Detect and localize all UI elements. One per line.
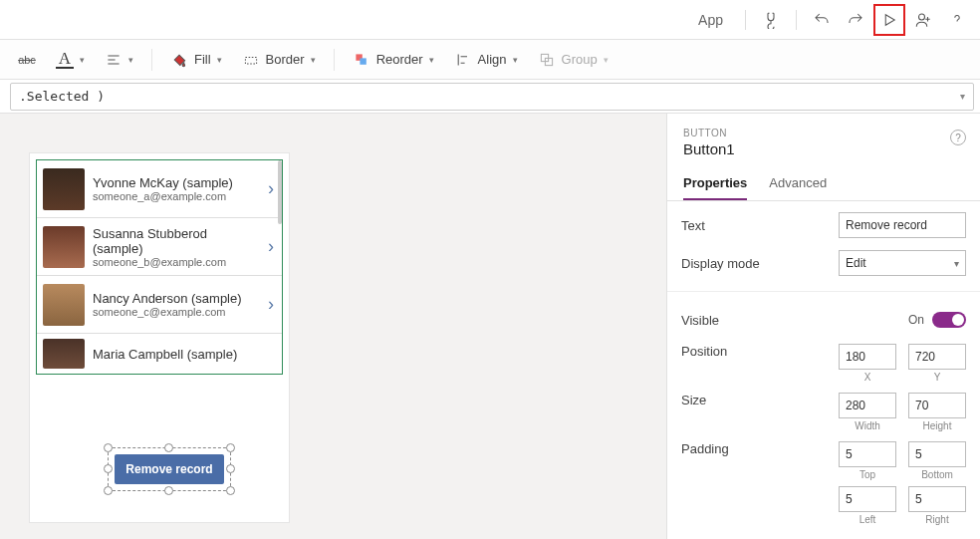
sub-top: Top — [859, 469, 875, 480]
app-label[interactable]: App — [698, 12, 723, 28]
separator — [796, 10, 797, 30]
sub-width: Width — [855, 420, 880, 431]
redo-button[interactable] — [841, 5, 870, 35]
font-icon: A — [56, 51, 74, 69]
svg-rect-1 — [245, 57, 256, 63]
paint-bucket-icon — [170, 51, 188, 69]
app-top-bar: App — [0, 0, 980, 40]
visible-toggle[interactable] — [932, 312, 966, 328]
tab-advanced[interactable]: Advanced — [769, 167, 827, 200]
formula-input[interactable]: .Selected ) ▾ — [10, 83, 974, 111]
list-item[interactable]: Maria Campbell (sample) — [37, 334, 282, 374]
share-button[interactable] — [908, 5, 938, 35]
contact-email: someone_b@example.com — [93, 256, 258, 268]
chevron-right-icon[interactable]: › — [266, 294, 276, 315]
list-item[interactable]: Yvonne McKay (sample) someone_a@example.… — [37, 160, 282, 218]
visible-label: Visible — [681, 313, 908, 328]
formula-bar: .Selected ) ▾ — [0, 80, 980, 114]
reorder-label: Reorder — [376, 52, 423, 67]
strikethrough-button[interactable]: abc — [10, 47, 44, 73]
remove-record-button[interactable]: Remove record — [115, 454, 224, 484]
group-button: Group ▾ — [530, 47, 616, 73]
control-type: BUTTON — [683, 128, 964, 138]
sub-left: Left — [859, 514, 876, 525]
chevron-right-icon[interactable]: › — [266, 236, 276, 257]
size-height-input[interactable]: 70 — [908, 393, 966, 418]
list-item[interactable]: Nancy Anderson (sample) someone_c@exampl… — [37, 276, 282, 334]
props-tabs: Properties Advanced — [667, 167, 980, 201]
contact-name: Yvonne McKay (sample) — [93, 175, 258, 190]
contact-email: someone_a@example.com — [93, 190, 258, 202]
fill-button[interactable]: Fill ▾ — [162, 47, 230, 73]
main-area: Yvonne McKay (sample) someone_a@example.… — [0, 114, 980, 539]
format-ribbon: abc A ▾ ▾ Fill ▾ Border ▾ Reorder ▾ Alig… — [0, 40, 980, 80]
reorder-button[interactable]: Reorder ▾ — [345, 47, 442, 73]
font-color-button[interactable]: A ▾ — [48, 47, 93, 73]
chevron-down-icon[interactable]: ▾ — [960, 91, 965, 102]
position-y-input[interactable]: 720 — [908, 344, 966, 370]
svg-point-0 — [919, 14, 925, 20]
chevron-down-icon: ▾ — [954, 258, 959, 269]
padding-bottom-input[interactable]: 5 — [908, 441, 966, 467]
help-icon[interactable]: ? — [950, 130, 966, 145]
separator — [334, 49, 335, 71]
align-button[interactable]: Align ▾ — [446, 47, 526, 73]
padding-right-input[interactable]: 5 — [908, 486, 966, 512]
tab-properties[interactable]: Properties — [683, 167, 747, 200]
avatar — [43, 339, 85, 369]
avatar — [43, 226, 85, 268]
reorder-icon — [353, 51, 370, 69]
align-icon — [454, 51, 472, 69]
align-lines-icon — [105, 51, 122, 69]
avatar — [43, 284, 85, 326]
separator — [151, 49, 152, 71]
control-name: Button1 — [683, 140, 964, 157]
strikethrough-icon: abc — [18, 51, 36, 69]
border-icon — [242, 51, 260, 69]
size-label: Size — [681, 393, 839, 407]
contact-name: Nancy Anderson (sample) — [93, 291, 258, 306]
chevron-down-icon: ▾ — [429, 55, 434, 65]
sub-bottom: Bottom — [921, 469, 953, 480]
text-align-button[interactable]: ▾ — [97, 47, 141, 73]
align-label: Align — [478, 52, 507, 67]
chevron-down-icon: ▾ — [604, 55, 609, 65]
position-x-input[interactable]: 180 — [839, 344, 896, 370]
contact-name: Susanna Stubberod (sample) — [93, 226, 258, 256]
visible-on-label: On — [908, 313, 924, 327]
chevron-down-icon: ▾ — [513, 55, 518, 65]
scrollbar[interactable] — [278, 160, 282, 224]
display-mode-select[interactable]: Edit ▾ — [839, 250, 966, 276]
svg-rect-3 — [360, 58, 366, 64]
design-canvas[interactable]: Yvonne McKay (sample) someone_a@example.… — [0, 114, 666, 539]
padding-label: Padding — [681, 441, 839, 456]
chevron-down-icon: ▾ — [217, 55, 222, 65]
border-label: Border — [266, 52, 305, 67]
formula-text: .Selected ) — [19, 89, 105, 104]
play-preview-button[interactable] — [874, 5, 904, 35]
text-input[interactable]: Remove record — [839, 212, 966, 238]
sub-height: Height — [923, 420, 952, 431]
separator — [745, 10, 746, 30]
avatar — [43, 168, 85, 210]
padding-left-input[interactable]: 5 — [839, 486, 896, 512]
app-checker-button[interactable] — [756, 5, 786, 35]
display-mode-label: Display mode — [681, 256, 839, 271]
contact-email: someone_c@example.com — [93, 306, 258, 318]
sub-right: Right — [925, 514, 948, 525]
chevron-down-icon: ▾ — [80, 55, 85, 65]
border-button[interactable]: Border ▾ — [234, 47, 324, 73]
chevron-down-icon: ▾ — [311, 55, 316, 65]
group-icon — [538, 51, 556, 69]
sub-y: Y — [934, 372, 941, 383]
padding-top-input[interactable]: 5 — [839, 441, 896, 467]
size-width-input[interactable]: 280 — [839, 393, 896, 418]
chevron-right-icon[interactable]: › — [266, 178, 276, 199]
contacts-gallery[interactable]: Yvonne McKay (sample) someone_a@example.… — [36, 159, 283, 375]
list-item[interactable]: Susanna Stubberod (sample) someone_b@exa… — [37, 218, 282, 276]
position-label: Position — [681, 344, 839, 359]
undo-button[interactable] — [807, 5, 837, 35]
properties-panel: BUTTON Button1 ? Properties Advanced Tex… — [666, 114, 980, 539]
button-label: Remove record — [125, 462, 212, 476]
help-button[interactable] — [942, 5, 972, 35]
